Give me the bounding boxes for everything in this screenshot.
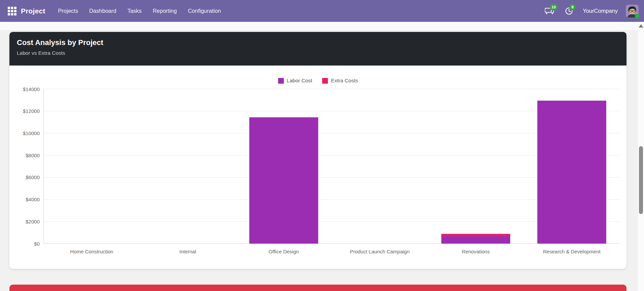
y-axis-tick-label: $2000 — [26, 219, 40, 224]
navbar-right: 10 8 YourCompany — [544, 5, 639, 17]
bar-segment-labor-cost[interactable] — [441, 236, 510, 244]
grid-icon — [8, 7, 16, 15]
x-axis-category-label: Office Design — [269, 249, 299, 254]
y-axis-tick-label: $14000 — [23, 86, 40, 92]
y-axis-tick-label: $12000 — [23, 108, 40, 114]
online-status-dot — [635, 14, 640, 18]
card-body: Labor CostExtra Costs $0$2000$4000$6000$… — [9, 66, 627, 269]
next-card-header — [9, 285, 627, 291]
scrollbar-thumb[interactable] — [639, 146, 643, 214]
scrollbar[interactable] — [637, 22, 644, 291]
y-axis-tick-label: $10000 — [23, 130, 40, 136]
menu-item-projects[interactable]: Projects — [58, 8, 78, 14]
bar-segment-labor-cost[interactable] — [249, 117, 318, 244]
x-axis-category-label: Internal — [179, 249, 196, 254]
scroll-up-arrow-icon[interactable] — [639, 24, 643, 28]
menu-item-dashboard[interactable]: Dashboard — [89, 8, 116, 14]
card-title: Cost Analysis by Project — [17, 38, 619, 48]
x-axis-category-label: Home Construction — [70, 249, 113, 254]
app-name[interactable]: Project — [21, 7, 45, 15]
top-navbar: Project Projects Dashboard Tasks Reporti… — [0, 0, 644, 22]
chart-legend: Labor CostExtra Costs — [9, 78, 627, 84]
bar-chart: $0$2000$4000$6000$8000$10000$12000$14000… — [9, 86, 627, 269]
activities-badge: 8 — [569, 4, 576, 10]
messages-badge: 10 — [550, 4, 558, 10]
activities-button[interactable]: 8 — [563, 5, 575, 17]
legend-label: Labor Cost — [287, 78, 312, 84]
menu-item-configuration[interactable]: Configuration — [188, 8, 221, 14]
legend-item-labor-cost[interactable]: Labor Cost — [278, 78, 312, 84]
x-axis-category-label: Research & Development — [543, 249, 601, 254]
cost-analysis-card: Cost Analysis by Project Labor vs Extra … — [9, 32, 627, 269]
legend-swatch — [278, 78, 284, 84]
messages-button[interactable]: 10 — [544, 5, 555, 17]
bar-segment-labor-cost[interactable] — [537, 101, 606, 244]
y-axis-tick-label: $0 — [34, 241, 40, 247]
company-switcher[interactable]: YourCompany — [583, 8, 618, 14]
x-axis-category-label: Renovations — [462, 249, 490, 254]
legend-item-extra-costs[interactable]: Extra Costs — [322, 78, 358, 84]
menu-item-reporting[interactable]: Reporting — [153, 8, 177, 14]
legend-label: Extra Costs — [331, 78, 358, 84]
card-subtitle: Labor vs Extra Costs — [17, 50, 619, 56]
control-panel-strip — [0, 22, 644, 31]
main-menu: Projects Dashboard Tasks Reporting Confi… — [58, 8, 221, 14]
y-axis-tick-label: $4000 — [26, 197, 40, 202]
menu-item-tasks[interactable]: Tasks — [127, 8, 142, 14]
y-axis-tick-label: $8000 — [26, 153, 40, 158]
apps-grid-icon[interactable] — [5, 4, 19, 18]
legend-swatch — [322, 78, 328, 84]
card-header: Cost Analysis by Project Labor vs Extra … — [9, 32, 627, 66]
y-axis-tick-label: $6000 — [26, 174, 40, 180]
bar-segment-extra-costs[interactable] — [441, 234, 510, 236]
x-axis-category-label: Product Launch Campaign — [350, 249, 410, 254]
user-avatar[interactable] — [626, 5, 639, 17]
